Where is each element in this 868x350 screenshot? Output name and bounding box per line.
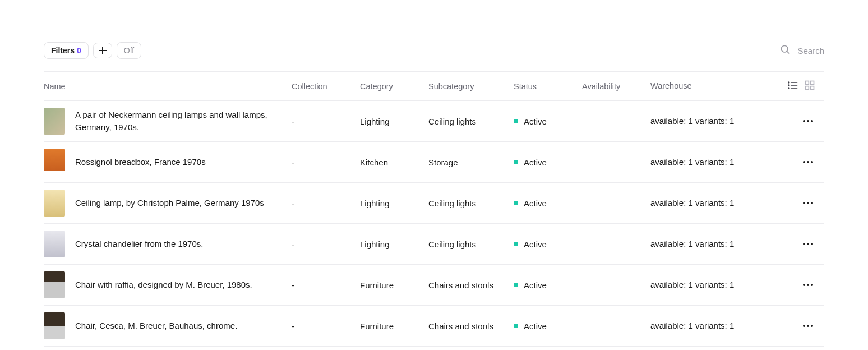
product-thumbnail[interactable] [44,231,65,257]
more-actions-icon[interactable] [801,241,815,247]
product-thumbnail[interactable] [44,271,65,298]
cell-name: Ceiling lamp, by Christoph Palme, German… [44,190,292,217]
column-header-availability[interactable]: Availability [582,82,650,91]
more-actions-icon[interactable] [801,200,815,206]
grid-view-icon[interactable] [804,80,815,93]
cell-collection: - [292,321,360,331]
cell-name: Rossignol breadbox, France 1970s [44,149,292,176]
column-header-collection[interactable]: Collection [292,82,360,91]
svg-rect-11 [811,86,814,90]
column-header-name[interactable]: Name [44,82,292,91]
cell-actions [751,200,824,206]
product-thumbnail[interactable] [44,149,65,176]
more-actions-icon[interactable] [801,323,815,329]
cell-warehouse: available: 1 variants: 1 [650,278,751,291]
product-name[interactable]: Ceiling lamp, by Christoph Palme, German… [75,197,264,210]
status-dot-icon [514,119,518,123]
svg-point-7 [788,88,789,89]
cell-status: Active [514,158,582,167]
cell-subcategory: Ceiling lights [428,199,514,208]
status-dot-icon [514,324,518,328]
toolbar: Filters 0 Off Search [44,42,824,59]
cell-warehouse: available: 1 variants: 1 [650,155,751,168]
status-dot-icon [514,242,518,246]
list-view-icon[interactable] [787,80,798,93]
table-row[interactable]: Chair, Cesca, M. Breuer, Bauhaus, chrome… [44,306,824,347]
filters-off-button[interactable]: Off [117,42,141,59]
search-area[interactable]: Search [779,44,824,57]
column-header-warehouse[interactable]: Warehouse [650,80,751,92]
table-row[interactable]: Crystal chandelier from the 1970s. - Lig… [44,224,824,265]
search-icon [779,44,791,57]
cell-actions [751,241,824,247]
status-dot-icon [514,283,518,287]
cell-status: Active [514,240,582,249]
cell-subcategory: Chairs and stools [428,321,514,331]
product-name[interactable]: Crystal chandelier from the 1970s. [75,238,203,251]
product-name[interactable]: A pair of Neckermann ceiling lamps and w… [75,109,283,134]
cell-actions [751,323,824,329]
view-toggle [787,80,815,93]
cell-name: Chair, Cesca, M. Breuer, Bauhaus, chrome… [44,312,292,339]
cell-warehouse: available: 1 variants: 1 [650,114,751,127]
table-row[interactable]: Chair with raffia, designed by M. Breuer… [44,265,824,306]
table-header: Name Collection Category Subcategory Sta… [44,72,824,101]
more-actions-icon[interactable] [801,159,815,165]
product-name[interactable]: Chair with raffia, designed by M. Breuer… [75,279,252,292]
status-text: Active [524,158,547,167]
search-placeholder: Search [797,46,824,56]
cell-collection: - [292,117,360,126]
cell-status: Active [514,280,582,290]
cell-actions [751,282,824,288]
more-actions-icon[interactable] [801,282,815,288]
cell-category: Lighting [360,117,428,126]
toolbar-left: Filters 0 Off [44,42,141,59]
cell-collection: - [292,199,360,208]
add-filter-button[interactable] [93,43,112,58]
product-thumbnail[interactable] [44,108,65,135]
svg-rect-8 [806,81,809,85]
cell-subcategory: Chairs and stools [428,280,514,290]
table-row[interactable]: Rossignol breadbox, France 1970s - Kitch… [44,142,824,183]
product-name[interactable]: Chair, Cesca, M. Breuer, Bauhaus, chrome… [75,320,237,333]
filters-button[interactable]: Filters 0 [44,42,89,59]
column-header-actions [751,80,824,93]
cell-category: Furniture [360,321,428,331]
cell-subcategory: Ceiling lights [428,240,514,249]
cell-warehouse: available: 1 variants: 1 [650,196,751,209]
status-text: Active [524,321,547,331]
cell-actions [751,118,824,125]
cell-category: Kitchen [360,158,428,167]
products-table: Name Collection Category Subcategory Sta… [44,71,824,347]
table-row[interactable]: Ceiling lamp, by Christoph Palme, German… [44,183,824,224]
svg-point-0 [782,45,788,52]
svg-rect-9 [811,81,814,85]
cell-status: Active [514,199,582,208]
product-thumbnail[interactable] [44,312,65,339]
cell-actions [751,159,824,165]
cell-warehouse: available: 1 variants: 1 [650,319,751,332]
column-header-category[interactable]: Category [360,82,428,91]
cell-name: A pair of Neckermann ceiling lamps and w… [44,108,292,135]
cell-category: Furniture [360,280,428,290]
product-thumbnail[interactable] [44,190,65,217]
column-header-subcategory[interactable]: Subcategory [428,82,514,91]
cell-category: Lighting [360,199,428,208]
status-text: Active [524,280,547,290]
cell-name: Chair with raffia, designed by M. Breuer… [44,271,292,298]
cell-subcategory: Ceiling lights [428,117,514,126]
off-label: Off [124,46,134,55]
more-actions-icon[interactable] [801,118,815,125]
cell-subcategory: Storage [428,158,514,167]
column-header-status[interactable]: Status [514,82,582,91]
cell-status: Active [514,117,582,126]
cell-collection: - [292,240,360,249]
svg-rect-10 [806,86,809,90]
status-dot-icon [514,201,518,205]
table-row[interactable]: A pair of Neckermann ceiling lamps and w… [44,101,824,142]
status-text: Active [524,199,547,208]
filters-label: Filters [51,46,75,55]
cell-name: Crystal chandelier from the 1970s. [44,231,292,257]
cell-collection: - [292,280,360,290]
product-name[interactable]: Rossignol breadbox, France 1970s [75,156,206,169]
